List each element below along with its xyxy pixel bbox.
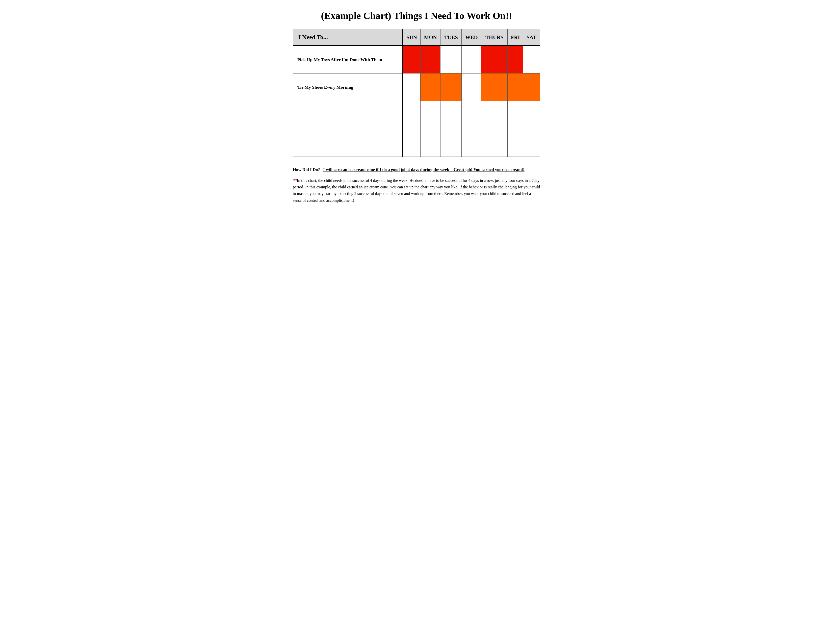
table-row [293, 101, 540, 129]
day-cell [420, 74, 441, 101]
table-row: Pick Up My Toys After I'm Done With Them [293, 46, 540, 74]
day-cell [420, 101, 441, 129]
thurs-header: THURS [481, 29, 508, 46]
how-did-i-do-text: I will earn an ice cream cone if I do a … [323, 167, 524, 172]
table-row: Tie My Shoes Every Morning [293, 74, 540, 101]
how-did-i-do-label: How Did I Do? [293, 167, 320, 172]
day-cell [441, 46, 462, 74]
day-cell [523, 101, 540, 129]
task-label: Pick Up My Toys After I'm Done With Them [293, 46, 403, 74]
footnote: **In this chart, the child needs to be s… [293, 177, 540, 204]
day-cell [403, 74, 421, 101]
table-row [293, 129, 540, 157]
day-cell [481, 129, 508, 157]
task-label: Tie My Shoes Every Morning [293, 74, 403, 101]
task-label [293, 101, 403, 129]
day-cell [523, 129, 540, 157]
wed-header: WED [462, 29, 481, 46]
footnote-asterisks: ** [293, 178, 297, 183]
day-cell [462, 129, 481, 157]
day-cell [508, 101, 523, 129]
tues-header: TUES [441, 29, 462, 46]
day-cell [441, 129, 462, 157]
day-cell [462, 101, 481, 129]
day-cell [508, 74, 523, 101]
footer-section: How Did I Do? I will earn an ice cream c… [293, 167, 540, 204]
task-column-header: I Need To... [293, 29, 403, 46]
day-cell [508, 129, 523, 157]
fri-header: FRI [508, 29, 523, 46]
footnote-text: In this chart, the child needs to be suc… [293, 178, 540, 203]
day-cell [420, 129, 441, 157]
day-cell [481, 46, 508, 74]
day-cell [481, 101, 508, 129]
day-cell [403, 129, 421, 157]
sat-header: SAT [523, 29, 540, 46]
day-cell [420, 46, 441, 74]
day-cell [441, 74, 462, 101]
sun-header: SUN [403, 29, 421, 46]
how-did-i-do-line: How Did I Do? I will earn an ice cream c… [293, 167, 540, 172]
day-cell [462, 74, 481, 101]
day-cell [508, 46, 523, 74]
day-cell [481, 74, 508, 101]
behavior-chart: I Need To... SUN MON TUES WED THURS FRI … [293, 29, 540, 157]
day-cell [441, 101, 462, 129]
task-label [293, 129, 403, 157]
day-cell [523, 46, 540, 74]
page-title: (Example Chart) Things I Need To Work On… [293, 10, 540, 21]
day-cell [403, 46, 421, 74]
day-cell [523, 74, 540, 101]
day-cell [403, 101, 421, 129]
day-cell [462, 46, 481, 74]
mon-header: MON [420, 29, 441, 46]
